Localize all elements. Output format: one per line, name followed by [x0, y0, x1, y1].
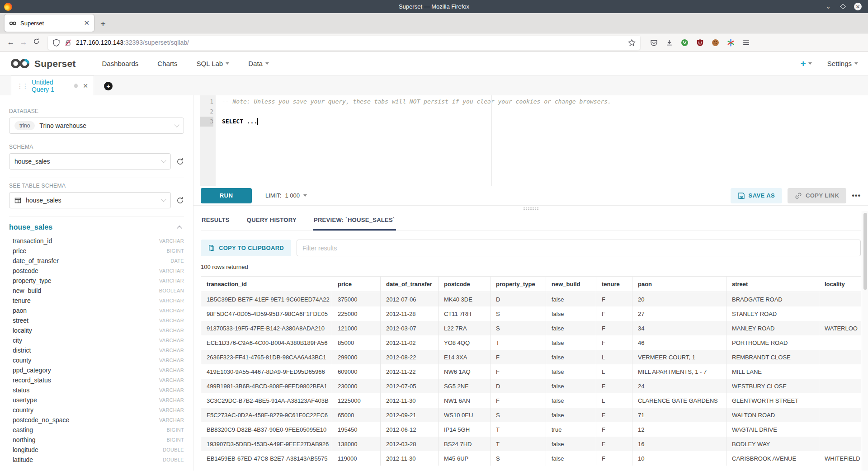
column-item[interactable]: longitudeDOUBLE: [9, 445, 184, 455]
column-header[interactable]: new_build: [546, 277, 596, 292]
cookie-extension-icon[interactable]: [712, 39, 719, 47]
tab-preview-house-sales[interactable]: PREVIEW: `HOUSE_SALES`: [313, 211, 396, 231]
column-header[interactable]: locality: [819, 277, 861, 292]
table-row[interactable]: 1B5C39ED-BE7F-41EF-9E71-9C60EED74A223750…: [201, 292, 861, 307]
column-item[interactable]: localityVARCHAR: [9, 325, 184, 335]
column-item[interactable]: postcodeVARCHAR: [9, 266, 184, 276]
results-table-wrap[interactable]: transaction_idpricedate_of_transferpostc…: [201, 276, 861, 466]
copy-link-button[interactable]: COPY LINK: [788, 188, 846, 203]
table-row[interactable]: 91370533-19F5-47FE-B142-A380A8ADA2101210…: [201, 321, 861, 335]
column-header[interactable]: transaction_id: [201, 277, 332, 292]
settings-menu[interactable]: Settings: [827, 60, 858, 67]
ublock-icon[interactable]: [696, 39, 704, 47]
column-item[interactable]: property_typeVARCHAR: [9, 276, 184, 286]
query-tab-untitled[interactable]: ⋮⋮ Untitled Query 1 ✕: [11, 75, 94, 95]
query-tab-close-icon[interactable]: ✕: [83, 82, 88, 89]
column-item[interactable]: priceBIGINT: [9, 246, 184, 256]
column-header[interactable]: postcode: [439, 277, 491, 292]
column-item[interactable]: paonVARCHAR: [9, 306, 184, 316]
maximize-icon[interactable]: [840, 4, 846, 9]
nav-charts[interactable]: Charts: [157, 60, 177, 67]
table-row[interactable]: 2636F323-FF41-4765-81DB-98CAA6A43BC12990…: [201, 350, 861, 364]
lock-insecure-icon[interactable]: [64, 39, 72, 47]
bookmark-star-icon[interactable]: [628, 39, 636, 47]
column-header[interactable]: price: [332, 277, 381, 292]
address-bar[interactable]: 217.160.120.143:32393/superset/sqllab/: [48, 36, 640, 50]
column-item[interactable]: date_of_transferDATE: [9, 256, 184, 266]
save-as-button[interactable]: SAVE AS: [731, 188, 782, 203]
close-window-icon[interactable]: ✕: [854, 3, 862, 10]
sql-editor[interactable]: 1 2 3 -- Note: Unless you save your quer…: [193, 95, 868, 186]
add-new-button[interactable]: +: [801, 58, 812, 69]
table-row[interactable]: 499B1981-3B6B-4BCD-808F-9FED9802BFA12300…: [201, 379, 861, 393]
pane-resize-handle[interactable]: [523, 207, 538, 210]
column-item[interactable]: postcode_no_spaceVARCHAR: [9, 415, 184, 425]
tab-query-history[interactable]: QUERY HISTORY: [246, 211, 297, 231]
nav-sqllab[interactable]: SQL Lab: [197, 60, 230, 67]
column-item[interactable]: statusVARCHAR: [9, 385, 184, 395]
copy-to-clipboard-button[interactable]: COPY TO CLIPBOARD: [201, 240, 291, 256]
back-icon[interactable]: ←: [5, 38, 17, 47]
browser-tab[interactable]: Superset ✕: [5, 14, 94, 32]
menu-hamburger-icon[interactable]: [742, 39, 750, 47]
column-item[interactable]: usertypeVARCHAR: [9, 395, 184, 405]
table-row[interactable]: 419E1030-9A55-4467-8DA9-9FED95D659666090…: [201, 364, 861, 379]
add-query-tab-button[interactable]: +: [104, 82, 113, 90]
table-select[interactable]: house_sales: [9, 192, 171, 208]
pocket-icon[interactable]: [650, 39, 658, 47]
shield-icon[interactable]: [52, 39, 60, 47]
column-item[interactable]: new_buildBOOLEAN: [9, 286, 184, 296]
column-item[interactable]: ppd_categoryVARCHAR: [9, 365, 184, 375]
column-item[interactable]: eastingBIGINT: [9, 425, 184, 435]
column-header[interactable]: date_of_transfer: [381, 277, 439, 292]
column-header[interactable]: tenure: [596, 277, 632, 292]
schema-select[interactable]: house_sales: [9, 153, 171, 170]
vertical-scrollbar[interactable]: [862, 211, 868, 471]
column-item[interactable]: record_statusVARCHAR: [9, 375, 184, 385]
downloads-icon[interactable]: [665, 39, 673, 47]
nav-dashboards[interactable]: Dashboards: [102, 60, 138, 67]
new-browser-tab-button[interactable]: +: [100, 19, 106, 29]
scrollbar-thumb[interactable]: [863, 213, 867, 290]
asterisk-extension-icon[interactable]: [727, 39, 735, 47]
column-header[interactable]: street: [726, 277, 819, 292]
column-item[interactable]: countyVARCHAR: [9, 355, 184, 365]
table-row[interactable]: EB1459EB-67ED-47C8-B2E7-A38143AB55751190…: [201, 451, 861, 466]
refresh-table-icon[interactable]: [176, 197, 184, 204]
column-header[interactable]: property_type: [491, 277, 546, 292]
limit-dropdown[interactable]: LIMIT: 1 000: [265, 192, 307, 199]
database-select[interactable]: trino Trino warehouse: [9, 118, 184, 134]
url-text[interactable]: 217.160.120.143:32393/superset/sqllab/: [76, 39, 624, 46]
refresh-schema-icon[interactable]: [176, 158, 184, 165]
column-header[interactable]: paon: [632, 277, 726, 292]
table-row[interactable]: 98F5DC47-0D05-4D59-95B7-98CA6F1FDE052250…: [201, 306, 861, 321]
column-item[interactable]: northingBIGINT: [9, 435, 184, 445]
column-item[interactable]: streetVARCHAR: [9, 316, 184, 325]
tab-close-icon[interactable]: ✕: [84, 19, 90, 27]
run-button[interactable]: RUN: [201, 188, 252, 203]
filter-results-input[interactable]: [297, 240, 861, 256]
editor-content[interactable]: -- Note: Unless you save your query, the…: [216, 95, 868, 186]
table-row[interactable]: F5C273AC-0D2A-458F-8279-9C61F0C22EC66500…: [201, 408, 861, 422]
column-item[interactable]: latitudeDOUBLE: [9, 455, 184, 465]
reload-icon[interactable]: [30, 38, 42, 47]
column-item[interactable]: tenureVARCHAR: [9, 296, 184, 306]
minimize-icon[interactable]: ⌄: [825, 3, 832, 10]
extension-green-icon[interactable]: [681, 39, 689, 47]
more-options-button[interactable]: •••: [852, 192, 861, 200]
table-schema-title[interactable]: house_sales: [9, 223, 178, 231]
forward-icon[interactable]: →: [17, 38, 30, 47]
table-row[interactable]: ECE1D376-C9A6-4C00-B004-A380B189FA568500…: [201, 335, 861, 350]
column-item[interactable]: countryVARCHAR: [9, 405, 184, 415]
column-item[interactable]: transaction_idVARCHAR: [9, 236, 184, 246]
nav-data[interactable]: Data: [248, 60, 269, 67]
column-item[interactable]: cityVARCHAR: [9, 335, 184, 345]
drag-handle-icon[interactable]: ⋮⋮: [17, 82, 28, 89]
table-row[interactable]: BB8320C9-D82B-4B37-90E0-9FEE05095E101954…: [201, 422, 861, 437]
table-row[interactable]: 193907D3-5DBD-453D-A49E-9FEE27DAB9261380…: [201, 437, 861, 451]
tab-results[interactable]: RESULTS: [201, 211, 231, 231]
column-item[interactable]: districtVARCHAR: [9, 345, 184, 355]
collapse-chevron-icon[interactable]: [177, 226, 182, 231]
table-row[interactable]: 3C3C29DC-B7B2-4BE5-914A-A38123AF403B1225…: [201, 393, 861, 408]
superset-logo[interactable]: Superset: [10, 58, 75, 69]
